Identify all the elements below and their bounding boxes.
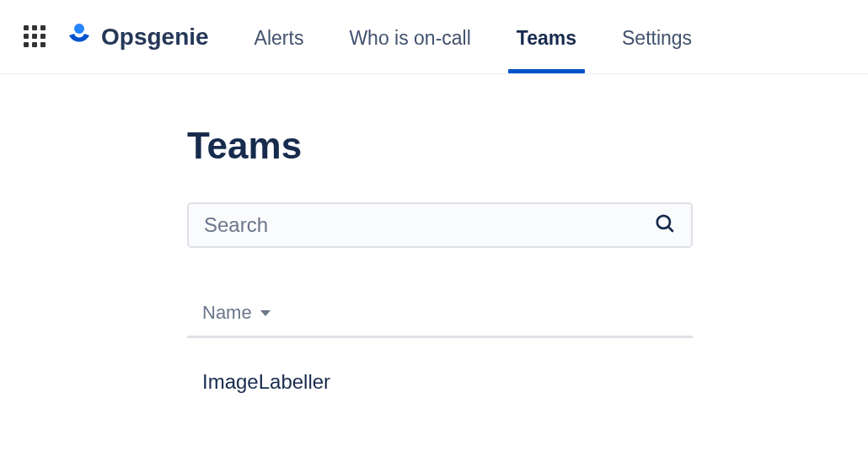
- svg-line-2: [668, 227, 673, 232]
- nav-who-is-on-call[interactable]: Who is on-call: [346, 2, 474, 72]
- column-header-name[interactable]: Name: [187, 302, 693, 338]
- search-container[interactable]: [187, 202, 693, 248]
- svg-point-1: [657, 216, 670, 228]
- teams-table: Name ImageLabeller: [187, 302, 693, 426]
- nav-alerts[interactable]: Alerts: [251, 2, 308, 72]
- sort-caret-icon: [260, 310, 271, 316]
- column-label: Name: [202, 302, 252, 324]
- search-input[interactable]: [204, 213, 654, 237]
- search-icon[interactable]: [654, 212, 676, 238]
- nav-settings[interactable]: Settings: [619, 2, 695, 72]
- product-name: Opsgenie: [101, 24, 209, 51]
- page-title: Teams: [187, 125, 868, 167]
- page-content: Teams Name ImageLabeller: [0, 74, 868, 426]
- main-nav: Alerts Who is on-call Teams Settings: [251, 2, 696, 72]
- app-switcher-icon[interactable]: [24, 25, 47, 49]
- product-logo[interactable]: Opsgenie: [66, 22, 209, 52]
- table-row[interactable]: ImageLabeller: [187, 338, 693, 426]
- svg-point-0: [74, 24, 84, 34]
- team-name: ImageLabeller: [202, 370, 330, 393]
- nav-teams[interactable]: Teams: [513, 2, 580, 72]
- top-navigation: Opsgenie Alerts Who is on-call Teams Set…: [0, 0, 868, 74]
- opsgenie-icon: [66, 22, 93, 52]
